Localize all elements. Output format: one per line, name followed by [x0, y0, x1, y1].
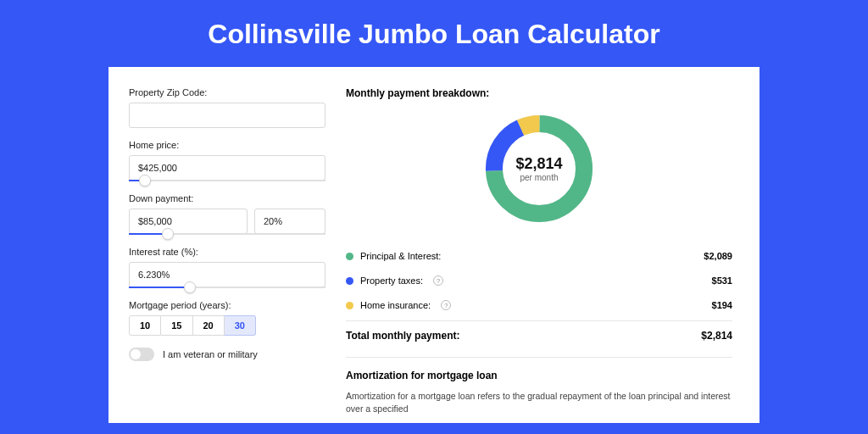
period-label: Mortgage period (years):: [129, 300, 326, 310]
dot-icon: [346, 302, 353, 309]
help-icon[interactable]: ?: [433, 275, 443, 286]
breakdown-title: Monthly payment breakdown:: [346, 87, 732, 99]
veteran-toggle[interactable]: [129, 348, 154, 361]
legend-label: Home insurance:: [360, 300, 431, 310]
donut-amount: $2,814: [515, 155, 562, 173]
period-field-group: Mortgage period (years): 10 15 20 30: [129, 300, 326, 336]
price-input[interactable]: [129, 155, 326, 181]
period-pill-10[interactable]: 10: [129, 315, 161, 336]
legend-label: Property taxes:: [360, 275, 423, 286]
donut-chart-wrap: $2,814 per month: [346, 109, 732, 228]
price-label: Home price:: [129, 140, 326, 150]
help-icon[interactable]: ?: [441, 300, 451, 310]
down-percent-input[interactable]: [254, 209, 326, 234]
zip-label: Property Zip Code:: [129, 87, 326, 97]
rate-input[interactable]: [129, 262, 326, 287]
toggle-knob-icon: [131, 349, 141, 359]
down-slider[interactable]: [129, 233, 326, 235]
legend-value: $531: [712, 275, 732, 286]
page-title: Collinsville Jumbo Loan Calculator: [0, 0, 868, 67]
total-value: $2,814: [701, 330, 732, 342]
amortization-block: Amortization for mortgage loan Amortizat…: [346, 357, 732, 415]
period-pill-30[interactable]: 30: [225, 315, 256, 336]
rate-slider[interactable]: [129, 287, 326, 288]
veteran-row: I am veteran or military: [129, 348, 326, 361]
price-field-group: Home price:: [129, 140, 326, 181]
price-slider-thumb[interactable]: [139, 175, 151, 186]
dot-icon: [346, 253, 353, 260]
legend-value: $194: [712, 300, 732, 310]
price-slider[interactable]: [129, 180, 326, 181]
amortization-title: Amortization for mortgage loan: [346, 370, 732, 381]
donut-chart: $2,814 per month: [480, 109, 598, 228]
legend-value: $2,089: [704, 251, 732, 261]
legend-label: Principal & Interest:: [360, 251, 441, 261]
zip-field-group: Property Zip Code:: [129, 87, 326, 128]
legend-row-taxes: Property taxes: ? $531: [346, 268, 732, 292]
down-field-group: Down payment:: [129, 193, 326, 235]
total-row: Total monthly payment: $2,814: [346, 320, 732, 342]
rate-label: Interest rate (%):: [129, 247, 326, 257]
legend-row-principal: Principal & Interest: $2,089: [346, 243, 732, 268]
period-pill-20[interactable]: 20: [193, 315, 225, 336]
period-pill-15[interactable]: 15: [161, 315, 192, 336]
calculator-card: Property Zip Code: Home price: Down paym…: [108, 67, 760, 423]
form-column: Property Zip Code: Home price: Down paym…: [108, 67, 346, 423]
total-label: Total monthly payment:: [346, 330, 459, 342]
down-amount-input[interactable]: [129, 209, 248, 234]
breakdown-column: Monthly payment breakdown: $2,814 per mo…: [346, 67, 760, 423]
period-pills: 10 15 20 30: [129, 315, 326, 336]
veteran-label: I am veteran or military: [163, 349, 258, 359]
down-slider-thumb[interactable]: [162, 228, 174, 240]
rate-slider-thumb[interactable]: [184, 281, 196, 293]
donut-sub: per month: [520, 173, 558, 182]
zip-input[interactable]: [129, 103, 326, 128]
down-label: Down payment:: [129, 193, 326, 203]
legend-row-insurance: Home insurance: ? $194: [346, 292, 732, 317]
dot-icon: [346, 277, 353, 285]
amortization-text: Amortization for a mortgage loan refers …: [346, 390, 732, 415]
rate-field-group: Interest rate (%):: [129, 247, 326, 288]
